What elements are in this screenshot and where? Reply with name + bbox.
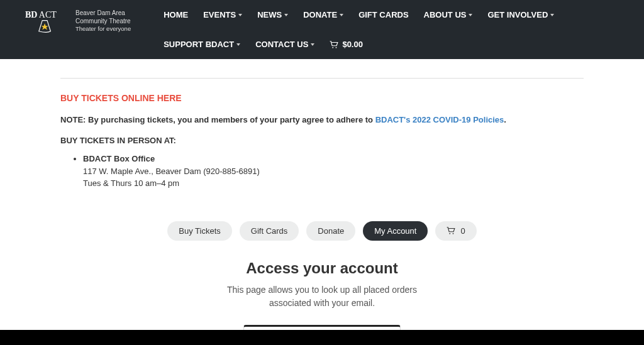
svg-point-5 <box>450 233 451 234</box>
cart-amount: $0.00 <box>342 40 363 49</box>
office-name: BDACT Box Office <box>83 154 155 163</box>
office-hours: Tues & Thurs 10 am–4 pm <box>83 178 179 188</box>
nav-about-us[interactable]: ABOUT US <box>416 0 480 30</box>
svg-text:BD: BD <box>25 10 37 19</box>
nav-donate[interactable]: DONATE <box>296 0 351 30</box>
tab-my-account[interactable]: My Account <box>363 221 428 241</box>
nav-news[interactable]: NEWS <box>250 0 296 30</box>
nav-events[interactable]: EVENTS <box>196 0 250 30</box>
top-nav-bar: BD ACT Beaver Dam Area Community Theatre… <box>0 0 644 59</box>
buy-tickets-online-link[interactable]: BUY TICKETS ONLINE HERE <box>60 93 182 103</box>
section-tabs: Buy Tickets Gift Cards Donate My Account… <box>60 221 584 241</box>
brand-line2: Community Theatre <box>75 17 131 25</box>
divider <box>60 78 584 79</box>
site-logo[interactable]: BD ACT Beaver Dam Area Community Theatre… <box>25 0 131 42</box>
tab-gift-cards[interactable]: Gift Cards <box>240 221 299 241</box>
chevron-down-icon <box>550 14 554 16</box>
nav-cart[interactable]: $0.00 <box>322 30 370 59</box>
chevron-down-icon <box>311 43 314 46</box>
chevron-down-icon <box>238 14 242 16</box>
nav-gift-cards[interactable]: GIFT CARDS <box>351 0 416 30</box>
note-suffix: . <box>504 115 506 124</box>
chevron-down-icon <box>469 14 472 16</box>
cart-icon <box>330 41 338 48</box>
nav-contact[interactable]: CONTACT US <box>248 30 322 59</box>
covid-note: NOTE: By purchasing tickets, you and mem… <box>60 115 584 124</box>
bdact-logo-icon: BD ACT <box>25 9 69 33</box>
chevron-down-icon <box>284 14 288 16</box>
brand-line1: Beaver Dam Area <box>75 9 131 17</box>
tab-donate[interactable]: Donate <box>306 221 355 241</box>
nav-get-involved[interactable]: GET INVOLVED <box>480 0 562 30</box>
tab-buy-tickets[interactable]: Buy Tickets <box>167 221 231 241</box>
brand-tagline: Theater for everyone <box>75 25 131 33</box>
svg-point-4 <box>336 47 337 48</box>
main-content: BUY TICKETS ONLINE HERE NOTE: By purchas… <box>45 59 599 345</box>
svg-point-6 <box>453 233 454 234</box>
nav-support[interactable]: SUPPORT BDACT <box>156 30 248 59</box>
cart-icon <box>447 227 455 234</box>
tab-cart[interactable]: 0 <box>435 221 476 241</box>
inperson-heading: BUY TICKETS IN PERSON AT: <box>60 136 584 145</box>
chevron-down-icon <box>236 43 240 46</box>
footer-bar <box>0 330 644 345</box>
chevron-down-icon <box>340 14 343 16</box>
location-list: BDACT Box Office 117 W. Maple Ave., Beav… <box>83 153 584 190</box>
main-nav: HOME EVENTS NEWS DONATE GIFT CARDS ABOUT… <box>156 0 619 59</box>
office-address: 117 W. Maple Ave., Beaver Dam (920-885-6… <box>83 167 260 176</box>
cart-count: 0 <box>460 226 465 236</box>
location-item: BDACT Box Office 117 W. Maple Ave., Beav… <box>83 153 584 190</box>
nav-home[interactable]: HOME <box>156 0 196 30</box>
svg-point-3 <box>333 47 334 48</box>
account-description: This page allows you to look up all plac… <box>60 283 584 310</box>
covid-policy-link[interactable]: BDACT's 2022 COVID-19 Policies <box>375 115 504 124</box>
account-heading: Access your account <box>60 260 584 277</box>
svg-marker-2 <box>42 23 48 30</box>
svg-text:ACT: ACT <box>39 10 57 19</box>
note-prefix: NOTE: By purchasing tickets, you and mem… <box>60 115 375 124</box>
